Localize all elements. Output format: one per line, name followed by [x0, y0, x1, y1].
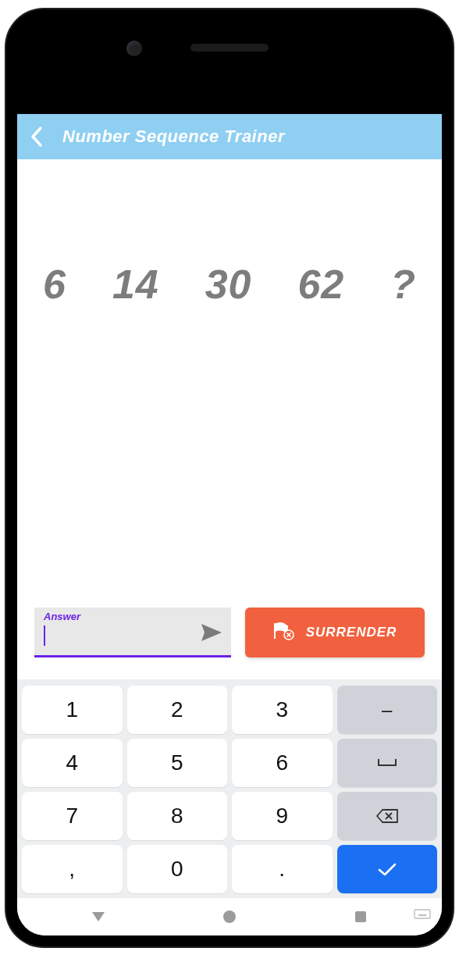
send-icon[interactable] — [200, 622, 223, 643]
svg-marker-6 — [92, 912, 105, 921]
svg-rect-8 — [355, 911, 366, 922]
number-sequence: 6 14 30 62 ? — [43, 261, 416, 308]
answer-input[interactable]: Answer — [34, 608, 231, 657]
nav-back[interactable] — [75, 909, 122, 925]
key-4[interactable]: 4 — [22, 739, 123, 787]
numeric-keyboard: 1 2 3 – 4 5 6 7 8 — [17, 679, 442, 898]
speaker-grille — [190, 44, 269, 52]
flag-x-icon — [273, 622, 295, 643]
nav-home[interactable] — [206, 910, 253, 924]
key-minus[interactable]: – — [337, 686, 438, 734]
key-2[interactable]: 2 — [127, 686, 228, 734]
keyboard-toggle-icon[interactable] — [414, 909, 431, 925]
key-9[interactable]: 9 — [232, 792, 333, 840]
key-8[interactable]: 8 — [127, 792, 228, 840]
status-bar-area — [17, 20, 442, 114]
key-comma[interactable]: , — [22, 845, 123, 893]
svg-point-7 — [223, 911, 236, 923]
app-content: Number Sequence Trainer 6 14 30 62 ? Ans… — [17, 114, 442, 935]
key-dot[interactable]: . — [232, 845, 333, 893]
app-header: Number Sequence Trainer — [17, 114, 442, 159]
space-icon — [377, 757, 397, 768]
key-6[interactable]: 6 — [232, 739, 333, 787]
backspace-icon — [375, 808, 399, 824]
nav-recent[interactable] — [337, 910, 384, 924]
page-title: Number Sequence Trainer — [62, 127, 285, 147]
back-icon[interactable] — [30, 126, 44, 148]
front-camera — [126, 41, 142, 56]
svg-rect-9 — [415, 910, 430, 918]
key-7[interactable]: 7 — [22, 792, 123, 840]
key-3[interactable]: 3 — [232, 686, 333, 734]
surrender-label: SURRENDER — [306, 625, 397, 640]
phone-screen: Number Sequence Trainer 6 14 30 62 ? Ans… — [17, 20, 442, 935]
surrender-button[interactable]: SURRENDER — [245, 608, 425, 657]
key-backspace[interactable] — [337, 792, 438, 840]
question-area: 6 14 30 62 ? — [17, 159, 442, 608]
svg-marker-0 — [201, 624, 222, 641]
phone-frame: Number Sequence Trainer 6 14 30 62 ? Ans… — [6, 9, 453, 946]
check-icon — [377, 861, 397, 877]
answer-label: Answer — [44, 611, 80, 622]
android-navbar — [17, 898, 442, 935]
key-1[interactable]: 1 — [22, 686, 123, 734]
text-cursor — [44, 625, 45, 646]
key-5[interactable]: 5 — [127, 739, 228, 787]
key-space[interactable] — [337, 739, 438, 787]
key-enter[interactable] — [337, 845, 438, 893]
key-0[interactable]: 0 — [127, 845, 228, 893]
